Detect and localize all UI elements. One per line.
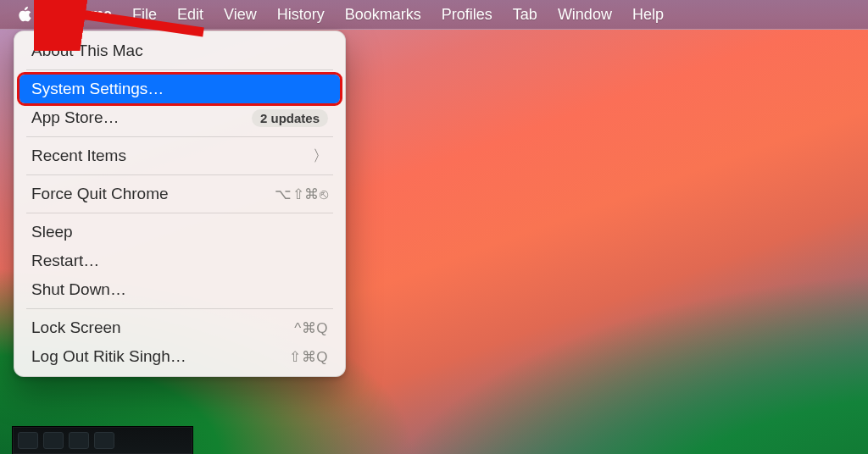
- menu-item-about-this-mac[interactable]: About This Mac: [19, 36, 340, 65]
- menubar-item-window[interactable]: Window: [548, 0, 622, 29]
- menu-separator: [26, 69, 333, 70]
- menubar-item-edit[interactable]: Edit: [167, 0, 214, 29]
- menu-item-shortcut: ⇧⌘Q: [289, 348, 328, 366]
- menu-item-label: System Settings…: [31, 80, 164, 98]
- menu-separator: [26, 308, 333, 309]
- thumb-slot: [18, 432, 38, 449]
- menu-separator: [26, 213, 333, 213]
- menu-item-label: Recent Items: [31, 147, 126, 165]
- menubar-item-help[interactable]: Help: [622, 0, 674, 29]
- menu-item-restart[interactable]: Restart…: [19, 246, 340, 275]
- apple-logo-icon: [16, 5, 33, 24]
- updates-badge: 2 updates: [252, 109, 328, 127]
- chevron-right-icon: 〉: [313, 146, 328, 166]
- menubar-item-history[interactable]: History: [267, 0, 335, 29]
- menu-item-shortcut: ^⌘Q: [294, 319, 328, 337]
- menu-separator: [26, 136, 333, 137]
- apple-menu-button[interactable]: [5, 0, 44, 29]
- menubar: Chrome File Edit View History Bookmarks …: [0, 0, 868, 30]
- menu-item-sleep[interactable]: Sleep: [19, 218, 340, 246]
- menu-item-system-settings[interactable]: System Settings…: [19, 75, 340, 103]
- menu-item-label: Shut Down…: [31, 280, 126, 299]
- menu-item-app-store[interactable]: App Store… 2 updates: [19, 103, 340, 132]
- menubar-item-bookmarks[interactable]: Bookmarks: [335, 0, 431, 29]
- menu-item-label: Lock Screen: [31, 318, 121, 337]
- menubar-item-view[interactable]: View: [214, 0, 267, 29]
- menu-item-label: Sleep: [31, 223, 73, 241]
- menu-item-label: App Store…: [31, 108, 120, 127]
- thumb-slot: [94, 432, 114, 449]
- window-thumbnail: [12, 426, 193, 454]
- menu-separator: [26, 174, 333, 175]
- menubar-item-file[interactable]: File: [122, 0, 167, 29]
- thumb-slot: [43, 432, 64, 449]
- menu-item-shortcut: ⌥⇧⌘⎋: [275, 185, 328, 203]
- menu-item-label: Log Out Ritik Singh…: [31, 347, 186, 366]
- menu-item-shut-down[interactable]: Shut Down…: [19, 275, 340, 304]
- thumb-slot: [69, 432, 89, 449]
- menu-item-label: Restart…: [31, 252, 99, 270]
- apple-menu-dropdown: About This Mac System Settings… App Stor…: [14, 30, 346, 377]
- menu-item-label: Force Quit Chrome: [31, 185, 169, 203]
- menu-item-force-quit[interactable]: Force Quit Chrome ⌥⇧⌘⎋: [19, 180, 340, 208]
- menubar-item-profiles[interactable]: Profiles: [431, 0, 503, 29]
- menubar-app-name[interactable]: Chrome: [44, 0, 122, 29]
- menu-item-lock-screen[interactable]: Lock Screen ^⌘Q: [19, 313, 340, 342]
- menu-item-log-out[interactable]: Log Out Ritik Singh… ⇧⌘Q: [19, 342, 340, 371]
- menu-item-label: About This Mac: [31, 42, 143, 60]
- menubar-item-tab[interactable]: Tab: [503, 0, 548, 29]
- menu-item-recent-items[interactable]: Recent Items 〉: [19, 141, 340, 170]
